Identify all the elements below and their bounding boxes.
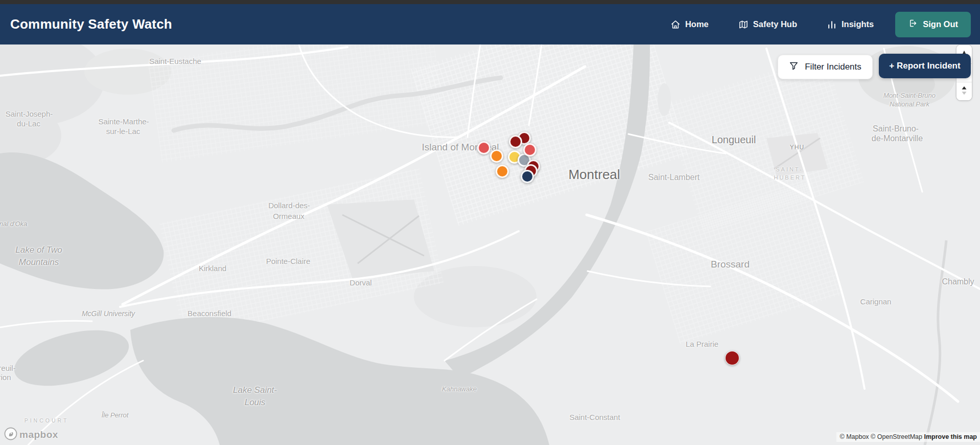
top-strip — [0, 0, 980, 4]
mapbox-logo[interactable]: mapbox — [4, 427, 58, 442]
nav-label: Safety Hub — [753, 19, 797, 29]
filter-incidents-label: Filter Incidents — [805, 62, 861, 72]
app-title: Community Safety Watch — [10, 16, 172, 32]
app-header: Community Safety Watch Home Safety Hub I… — [0, 4, 980, 44]
improve-this-map-link[interactable]: Improve this map — [924, 433, 977, 440]
nav-item-insights[interactable]: Insights — [827, 19, 874, 30]
incident-marker[interactable] — [490, 149, 503, 163]
map-attribution: © Mapbox © OpenStreetMap Improve this ma… — [836, 432, 980, 442]
nav-item-home[interactable]: Home — [670, 19, 709, 30]
map-icon — [738, 19, 749, 30]
home-icon — [670, 19, 681, 30]
map-base-layer — [0, 44, 980, 445]
mapbox-pin-icon — [4, 427, 17, 442]
main-nav: Home Safety Hub Insights Sign Out — [670, 4, 971, 44]
incident-marker[interactable] — [521, 170, 534, 183]
funnel-icon — [789, 61, 799, 73]
incident-marker[interactable] — [725, 351, 739, 365]
report-incident-button[interactable]: + Report Incident — [879, 54, 971, 78]
sign-out-button[interactable]: Sign Out — [895, 12, 971, 37]
mapbox-wordmark: mapbox — [19, 429, 58, 440]
incident-marker[interactable] — [523, 143, 536, 157]
incident-marker[interactable] — [477, 141, 491, 154]
report-incident-label: + Report Incident — [889, 61, 960, 71]
nav-item-safety-hub[interactable]: Safety Hub — [738, 19, 797, 30]
attribution-text: © Mapbox © OpenStreetMap — [839, 433, 922, 440]
nav-label: Insights — [842, 19, 874, 29]
app-root: Community Safety Watch Home Safety Hub I… — [0, 0, 980, 445]
bar-chart-icon — [827, 19, 837, 30]
nav-label: Home — [685, 19, 709, 29]
incident-marker[interactable] — [509, 135, 522, 148]
filter-incidents-button[interactable]: Filter Incidents — [778, 55, 873, 79]
map-canvas[interactable]: Saint-EustacheSaint-Joseph-du-LacSainte-… — [0, 44, 980, 445]
pitch-arrows-icon — [960, 85, 969, 98]
sign-out-icon — [908, 18, 918, 30]
incident-marker[interactable] — [496, 165, 509, 178]
pitch-toggle-button[interactable] — [956, 82, 972, 100]
sign-out-label: Sign Out — [923, 19, 958, 29]
